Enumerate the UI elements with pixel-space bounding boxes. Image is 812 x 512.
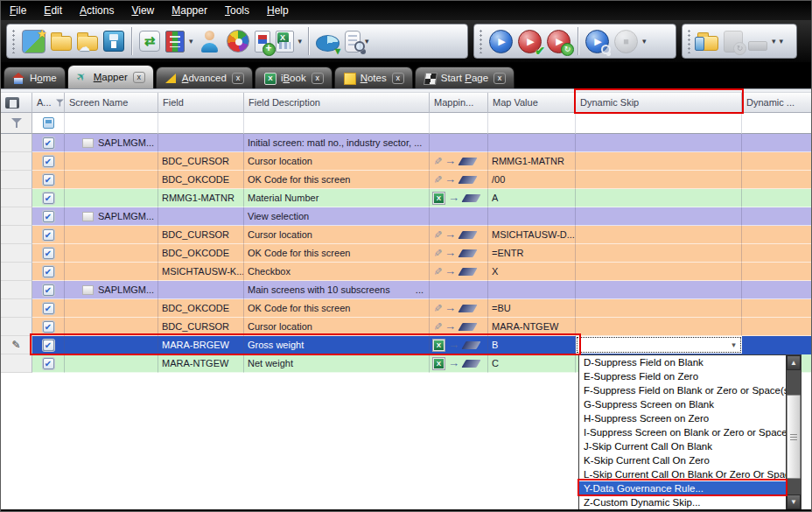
cell-indicator[interactable] — [1, 318, 32, 336]
dropdown-item[interactable]: Z-Custom Dynamic Skip... — [579, 495, 786, 509]
documents-icon[interactable] — [165, 31, 185, 53]
cell-screen[interactable] — [65, 152, 158, 171]
excel-export-icon[interactable] — [276, 31, 294, 53]
cell-field[interactable]: BDC_CURSOR — [158, 152, 244, 171]
misc-caret[interactable]: ▾ — [772, 37, 776, 46]
cell-map[interactable] — [488, 207, 576, 226]
cell-map[interactable]: B — [488, 336, 576, 354]
cell-screen[interactable] — [65, 318, 158, 336]
cell-dyn2[interactable] — [742, 336, 812, 354]
row-checkbox[interactable]: ✔ — [43, 284, 54, 296]
tab-home[interactable]: Home — [4, 67, 66, 88]
cell-active[interactable]: ✔ — [32, 189, 65, 207]
cell-indicator[interactable] — [1, 263, 32, 281]
preview-icon[interactable] — [345, 31, 360, 53]
row-checkbox[interactable]: ✔ — [43, 266, 54, 277]
toolbar-dropdown-caret[interactable]: ▾ — [642, 37, 647, 46]
menu-help[interactable]: Help — [258, 1, 298, 20]
cell-desc[interactable]: Gross weight — [244, 336, 430, 354]
cell-active[interactable]: ✔ — [32, 226, 65, 244]
cell-dynskip[interactable] — [576, 207, 742, 226]
column-header-mapping[interactable]: Mappin... — [430, 93, 488, 113]
cell-mapping[interactable]: ✎→ — [430, 318, 488, 336]
dropdown-item[interactable]: Y-Data Governance Rule... — [579, 481, 786, 495]
save-icon[interactable] — [103, 31, 124, 52]
cell-desc[interactable]: Initial screen: matl no., industry secto… — [244, 134, 430, 152]
cell-dyn2[interactable] — [742, 152, 812, 171]
filter-cell-mapping[interactable] — [430, 113, 488, 134]
cell-dynskip[interactable] — [576, 244, 742, 263]
column-header-desc[interactable]: Field Description — [244, 93, 430, 113]
cell-dynskip[interactable] — [576, 171, 742, 189]
column-header-field[interactable]: Field — [158, 93, 244, 113]
cell-screen[interactable] — [65, 171, 158, 189]
row-checkbox[interactable]: ✔ — [43, 358, 54, 369]
row-checkbox[interactable]: ✔ — [43, 229, 54, 241]
preview-caret[interactable]: ▾ — [365, 37, 369, 46]
cell-mapping[interactable] — [430, 207, 488, 226]
filter-cell-desc[interactable] — [244, 113, 430, 134]
checkbox-filter-icon[interactable] — [43, 117, 54, 129]
cell-map[interactable]: C — [488, 354, 576, 373]
tab-close-ibook[interactable]: x — [312, 73, 324, 84]
cell-field[interactable] — [158, 207, 244, 226]
menu-tools[interactable]: Tools — [216, 1, 258, 20]
cell-dyn2[interactable] — [742, 189, 812, 207]
open-cloud-icon[interactable] — [77, 36, 98, 51]
user-icon[interactable] — [198, 30, 221, 53]
run-icon[interactable] — [489, 30, 513, 53]
cell-mapping[interactable]: ✎→ — [430, 171, 488, 189]
cell-active[interactable]: ✔ — [32, 354, 65, 373]
cell-mapping[interactable]: X→ — [430, 336, 488, 354]
cell-screen[interactable] — [65, 263, 158, 281]
publish-icon[interactable] — [697, 36, 718, 51]
dropdown-item[interactable]: K-Skip Current Call On Zero — [579, 453, 786, 467]
menu-mapper[interactable]: Mapper — [163, 1, 216, 20]
cell-screen[interactable] — [65, 189, 158, 207]
cell-dynskip[interactable] — [576, 152, 742, 171]
cell-mapping[interactable]: ✎→ — [430, 299, 488, 318]
open-icon[interactable] — [51, 36, 72, 51]
pie-chart-icon[interactable] — [316, 35, 340, 52]
add-report-icon[interactable] — [255, 31, 270, 53]
cell-indicator[interactable] — [1, 189, 32, 207]
cell-field[interactable]: MSICHTAUSW-K... — [158, 263, 244, 281]
column-header-map[interactable]: Map Value — [488, 93, 576, 113]
cell-dynskip[interactable] — [576, 299, 742, 318]
row-checkbox[interactable]: ✔ — [43, 303, 54, 314]
cell-indicator[interactable] — [1, 207, 32, 226]
menu-actions[interactable]: Actions — [71, 1, 122, 20]
column-header-screen[interactable]: Screen Name — [65, 93, 158, 113]
excel-export-caret[interactable]: ▾ — [298, 37, 303, 46]
cell-dyn2[interactable] — [742, 134, 812, 152]
palette-icon[interactable] — [227, 30, 249, 53]
cell-dyn2[interactable] — [742, 263, 812, 281]
cell-active[interactable]: ✔ — [32, 152, 65, 171]
cell-map[interactable]: RMMG1-MATNR — [488, 152, 576, 171]
cell-dyn2[interactable] — [742, 299, 812, 318]
cell-desc[interactable]: Net weight — [244, 354, 430, 373]
cell-dyn2[interactable] — [742, 207, 812, 226]
tab-ibook[interactable]: iBookx — [255, 67, 332, 88]
run-validate-icon[interactable] — [518, 30, 542, 53]
filter-cell-map[interactable] — [488, 113, 576, 134]
cell-desc[interactable]: View selection — [244, 207, 430, 226]
cell-field[interactable]: BDC_OKCODE — [158, 244, 244, 263]
transfer-icon[interactable] — [139, 31, 160, 52]
new-mapper-icon[interactable] — [22, 30, 46, 53]
cell-indicator[interactable] — [1, 244, 32, 263]
cell-indicator[interactable] — [1, 299, 32, 318]
cell-map[interactable]: MARA-NTGEW — [488, 318, 576, 336]
run-refresh-icon[interactable] — [547, 30, 570, 53]
menu-view[interactable]: View — [122, 1, 163, 20]
cell-active[interactable]: ✔ — [32, 299, 65, 318]
cell-screen[interactable] — [65, 226, 158, 244]
cell-active[interactable]: ✔ — [32, 207, 65, 226]
row-checkbox[interactable]: ✔ — [43, 211, 54, 222]
column-header-dynskip[interactable]: Dynamic Skip — [576, 93, 742, 113]
cell-map[interactable]: =ENTR — [488, 244, 576, 263]
cell-indicator[interactable]: ✎ — [1, 336, 32, 354]
file-group-grip-handle[interactable] — [11, 29, 16, 53]
cell-desc[interactable]: Cursor location — [244, 152, 430, 171]
cell-mapping[interactable] — [430, 134, 488, 152]
